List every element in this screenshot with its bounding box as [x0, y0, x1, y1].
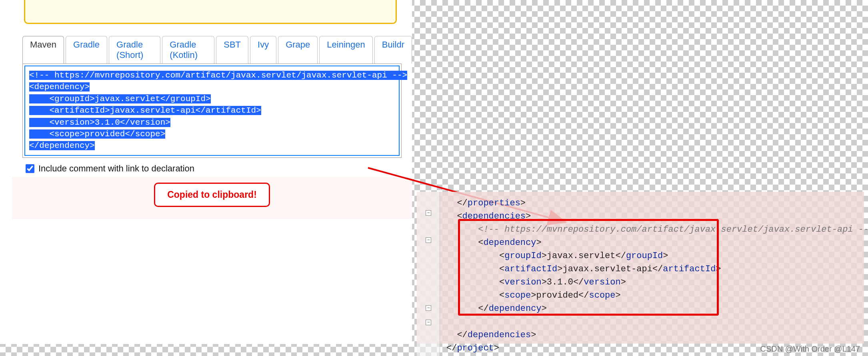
tab-gradle[interactable]: Gradle [66, 36, 107, 64]
snippet-line: <version>3.1.0</version> [29, 118, 170, 127]
ide-line: </properties> [446, 197, 856, 210]
snippet-line: <groupId>javax.servlet</groupId> [29, 94, 211, 103]
tab-sbt[interactable]: SBT [216, 36, 248, 64]
dependency-snippet[interactable]: <!-- https://mvnrepository.com/artifact/… [24, 66, 400, 156]
snippet-line: <dependency> [29, 82, 90, 91]
snippet-line: <artifactId>javax.servlet-api</artifactI… [29, 106, 261, 115]
ide-line: <scope>provided</scope> [446, 289, 856, 302]
snippet-line: <!-- https://mvnrepository.com/artifact/… [29, 71, 407, 80]
tab-maven[interactable]: Maven [22, 36, 64, 64]
ide-line: </dependency> [446, 302, 856, 315]
tab-ivy[interactable]: Ivy [250, 36, 276, 64]
fold-icon[interactable]: − [426, 305, 431, 311]
tab-leiningen[interactable]: Leiningen [319, 36, 372, 64]
fold-icon[interactable]: − [426, 237, 431, 243]
snippet-line: <scope>provided</scope> [29, 129, 165, 139]
fold-icon[interactable]: − [426, 210, 431, 216]
tab-buildr[interactable]: Buildr [374, 36, 412, 64]
copied-badge: Copied to clipboard! [154, 183, 270, 207]
tab-grape[interactable]: Grape [278, 36, 318, 64]
watermark-text: CSDN @With Order @L147 [760, 344, 860, 354]
snippet-line: </dependency> [29, 141, 95, 150]
mvnrepository-panel: Maven Gradle Gradle (Short) Gradle (Kotl… [0, 0, 412, 344]
copied-area: Copied to clipboard! [12, 177, 412, 219]
dependency-snippet-box[interactable]: <!-- https://mvnrepository.com/artifact/… [22, 64, 402, 158]
warning-box [24, 0, 397, 24]
ide-line: <dependencies> [446, 210, 856, 223]
ide-line: <version>3.1.0</version> [446, 276, 856, 289]
ide-gutter: − − − − [417, 192, 440, 356]
tab-gradle-short[interactable]: Gradle (Short) [109, 36, 160, 64]
include-comment-row[interactable]: Include comment with link to declaration [26, 163, 412, 174]
ide-line: <artifactId>javax.servlet-api</artifactI… [446, 263, 856, 276]
build-tool-tabs: Maven Gradle Gradle (Short) Gradle (Kotl… [22, 36, 412, 64]
tab-gradle-kotlin[interactable]: Gradle (Kotlin) [162, 36, 214, 64]
include-comment-checkbox[interactable] [26, 164, 34, 173]
ide-line: </dependencies> [446, 328, 856, 342]
fold-icon[interactable]: − [426, 320, 431, 325]
ide-line [446, 315, 856, 328]
ide-line: <!-- https://mvnrepository.com/artifact/… [446, 223, 856, 236]
ide-line: <dependency> [446, 236, 856, 249]
ide-code-area[interactable]: − − − − </properties> <dependencies> <!-… [417, 192, 864, 356]
ide-line: <groupId>javax.servlet</groupId> [446, 249, 856, 263]
ide-editor-panel: − − − − </properties> <dependencies> <!-… [417, 192, 864, 344]
include-comment-label: Include comment with link to declaration [38, 163, 194, 174]
